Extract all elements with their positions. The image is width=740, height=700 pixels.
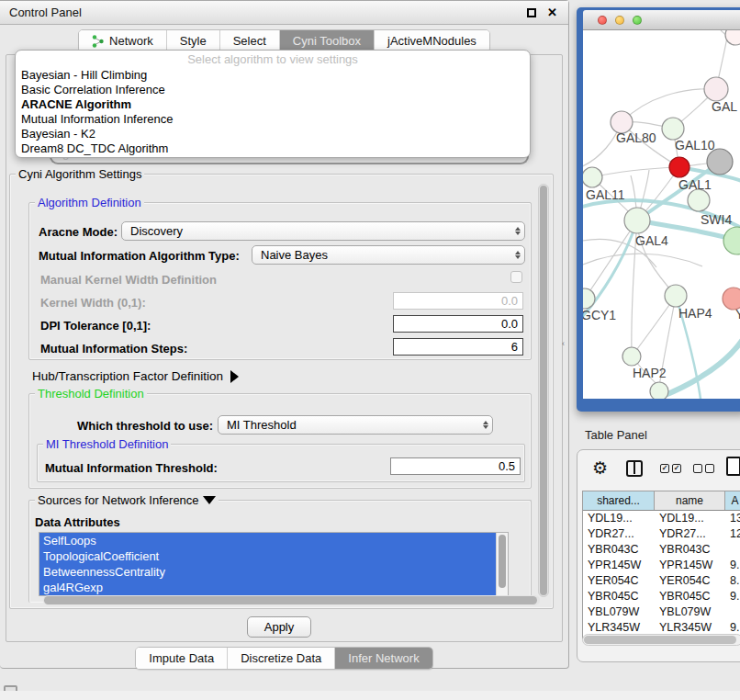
attribute-list-scrollbar[interactable]	[496, 533, 508, 595]
panel-resize-handle[interactable]: ‹	[562, 339, 565, 348]
attribute-item[interactable]: SelfLoops	[39, 533, 508, 548]
table-row[interactable]: YBR043CYBR043C	[583, 542, 740, 558]
spinner-arrows-icon	[515, 246, 521, 264]
minimize-traffic-light-icon[interactable]	[615, 16, 624, 25]
node-label: GAL4	[635, 233, 668, 248]
tab-discretize-data[interactable]: Discretize Data	[228, 648, 335, 669]
table-toolbar: ⚙ ✓✓	[577, 450, 740, 489]
mi-type-combo[interactable]: Naive Bayes	[252, 245, 525, 265]
table-row[interactable]: YDL19...YDL19...13	[583, 511, 740, 526]
node-label: GAL10	[675, 138, 715, 152]
mi-type-label: Mutual Information Algorithm Type:	[39, 249, 240, 263]
column-header-name[interactable]: name	[655, 491, 725, 510]
table-row[interactable]: YDR27...YDR27...12	[583, 526, 740, 542]
tab-network[interactable]: Network	[79, 30, 167, 51]
algorithm-option[interactable]: Mutual Information Inference	[16, 112, 530, 127]
node-label: GCY1	[583, 308, 616, 322]
network-node-gal10[interactable]	[662, 118, 684, 140]
attribute-item[interactable]: BetweennessCentrality	[39, 564, 508, 580]
cyni-algorithm-settings-group: Cyni Algorithm Settings Algorithm Defini…	[9, 174, 554, 609]
algorithm-dropdown-prompt: Select algorithm to view settings	[16, 52, 530, 68]
network-node-gray[interactable]	[707, 149, 733, 175]
node-label: SWI4	[701, 212, 732, 227]
export-table-icon[interactable]	[726, 457, 740, 476]
network-node[interactable]	[725, 30, 740, 45]
kernel-width-label: Kernel Width (0,1):	[40, 296, 146, 310]
gear-icon[interactable]: ⚙	[592, 457, 608, 479]
threshold-definition-title: Threshold Definition	[35, 387, 147, 401]
split-columns-icon[interactable]	[626, 460, 643, 477]
hub-definition-toggle[interactable]: Hub/Transcription Factor Definition	[32, 369, 239, 383]
table-horizontal-scrollbar[interactable]	[582, 634, 740, 646]
bottom-tabbar: Impute Data Discretize Data Infer Networ…	[0, 647, 568, 670]
network-node-hap2[interactable]	[622, 347, 641, 366]
column-header-shared-name[interactable]: shared...	[583, 491, 655, 510]
algorithm-definition-group: Algorithm Definition Aracne Mode: Discov…	[28, 202, 532, 360]
node-attribute-table[interactable]: shared... name A YDL19...YDL19...13 YDR2…	[582, 491, 740, 639]
network-icon	[92, 35, 104, 48]
expand-arrow-icon	[230, 370, 239, 383]
select-all-columns-icon[interactable]: ✓✓	[660, 464, 681, 473]
table-row[interactable]: YPR145WYPR145W9.	[583, 558, 740, 573]
algorithm-option-selected[interactable]: ARACNE Algorithm	[16, 97, 530, 112]
settings-vertical-scrollbar[interactable]	[538, 184, 549, 597]
settings-horizontal-scrollbar[interactable]	[43, 595, 540, 605]
algorithm-option[interactable]: Bayesian - K2	[16, 127, 530, 141]
column-header[interactable]: A	[725, 491, 740, 510]
network-node-gal11[interactable]	[583, 167, 602, 187]
node-label: HAP2	[633, 366, 667, 380]
table-row[interactable]: YBL079WYBL079W	[583, 604, 740, 620]
dpi-tolerance-field[interactable]	[393, 315, 523, 333]
control-panel-window: Control Panel ✕ Network Style Select	[0, 0, 569, 669]
attribute-item[interactable]: gal4RGexp	[39, 580, 508, 595]
tab-infer-network[interactable]: Infer Network	[335, 648, 432, 669]
network-canvas[interactable]: GAL GAL80 GAL10 GAL1 GAL11 SWI4 GAL4 GCY…	[583, 30, 740, 399]
mi-steps-field[interactable]	[393, 338, 523, 356]
tab-impute-data[interactable]: Impute Data	[136, 648, 228, 669]
mi-threshold-field[interactable]	[390, 457, 521, 475]
apply-button[interactable]: Apply	[247, 616, 311, 638]
data-attributes-list[interactable]: SelfLoops TopologicalCoefficient Between…	[39, 532, 509, 596]
close-icon[interactable]: ✕	[547, 6, 557, 19]
tab-label: Style	[180, 34, 207, 48]
network-node-gal1[interactable]	[669, 157, 690, 177]
algorithm-option[interactable]: Basic Correlation Inference	[16, 83, 530, 97]
tab-cyni-toolbox[interactable]: Cyni Toolbox	[280, 30, 375, 51]
deselect-all-columns-icon[interactable]	[693, 464, 714, 473]
tab-jactivemnodules[interactable]: jActiveMNodules	[375, 30, 489, 51]
aracne-mode-combo[interactable]: Discovery	[121, 221, 525, 241]
control-panel-title: Control Panel	[9, 6, 82, 19]
tab-label: Select	[233, 34, 266, 48]
table-row[interactable]: YBR045CYBR045C9.	[583, 589, 740, 604]
sources-title[interactable]: Sources for Network Inference	[35, 493, 219, 507]
table-panel-window: ⚙ ✓✓ shared... name A YDL19...YDL19...13…	[577, 449, 740, 662]
algorithm-definition-title: Algorithm Definition	[35, 196, 144, 209]
network-window-titlebar[interactable]	[583, 10, 740, 30]
table-row[interactable]: YER054CYER054C8.	[583, 573, 740, 589]
node-label: HAP4	[678, 306, 712, 321]
tab-select[interactable]: Select	[220, 30, 280, 51]
float-panel-icon[interactable]	[527, 8, 536, 17]
data-attributes-label: Data Attributes	[35, 515, 120, 529]
manual-kernel-label: Manual Kernel Width Definition	[40, 273, 217, 287]
network-node-green[interactable]	[723, 227, 740, 254]
attribute-item[interactable]: TopologicalCoefficient	[39, 548, 508, 564]
close-traffic-light-icon[interactable]	[598, 16, 607, 25]
manual-kernel-checkbox[interactable]	[510, 271, 522, 283]
tab-style[interactable]: Style	[167, 30, 220, 51]
status-strip	[0, 691, 740, 700]
network-node-swi4[interactable]	[688, 189, 710, 211]
network-node-gal4[interactable]	[624, 208, 650, 233]
sources-group: Sources for Network Inference Data Attri…	[28, 500, 532, 603]
network-node-hap4[interactable]	[665, 285, 687, 307]
which-threshold-combo[interactable]: MI Threshold	[218, 415, 493, 435]
zoom-traffic-light-icon[interactable]	[633, 16, 642, 25]
algorithm-option[interactable]: Bayesian - Hill Climbing	[16, 68, 530, 83]
mi-threshold-definition-title: MI Threshold Definition	[43, 437, 171, 451]
threshold-definition-group: Threshold Definition Which threshold to …	[28, 393, 532, 489]
network-node-gal2[interactable]	[704, 77, 728, 101]
network-node[interactable]	[650, 382, 668, 399]
spinner-arrows-icon	[483, 416, 488, 434]
algorithm-option[interactable]: Dream8 DC_TDC Algorithm	[16, 141, 530, 156]
kernel-width-field[interactable]	[393, 292, 523, 310]
